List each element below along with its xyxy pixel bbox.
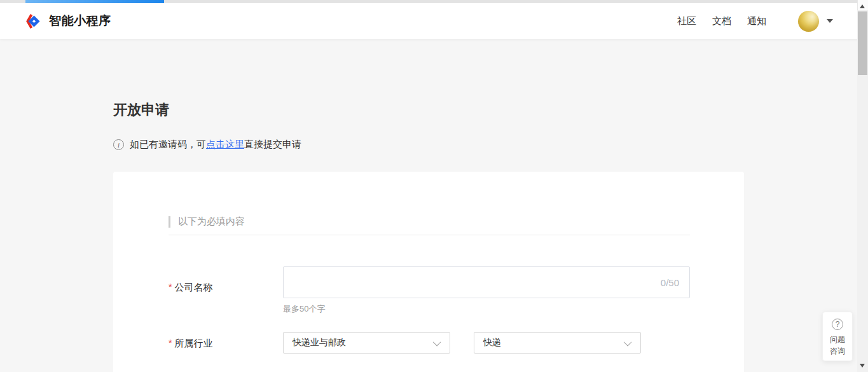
industry-secondary-value: 快递 (483, 337, 501, 348)
help-label-line2: 咨询 (830, 345, 845, 357)
scrollbar-thumb[interactable] (858, 11, 867, 75)
invite-code-link[interactable]: 点击这里 (206, 139, 244, 151)
help-label-line1: 问题 (830, 334, 845, 345)
notice-text-suffix: 直接提交申请 (244, 139, 301, 151)
required-section-header: 以下为必填内容 (169, 216, 245, 228)
info-icon: i (113, 139, 124, 150)
section-divider (169, 235, 690, 235)
section-bar (169, 216, 170, 228)
logo-text: 智能小程序 (49, 13, 111, 29)
top-header: 智能小程序 社区 文档 通知 (0, 3, 868, 39)
nav-item-docs[interactable]: 文档 (712, 15, 731, 27)
industry-label: *所属行业 (169, 338, 212, 350)
required-mark: * (169, 338, 172, 348)
nav-item-notifications[interactable]: 通知 (747, 15, 766, 27)
required-mark: * (169, 282, 172, 292)
company-name-input[interactable] (284, 267, 661, 298)
section-title: 以下为必填内容 (178, 216, 245, 228)
scroll-down-icon[interactable] (860, 364, 865, 368)
chevron-down-icon (624, 338, 632, 346)
company-name-label: *公司名称 (169, 282, 212, 294)
user-avatar[interactable] (798, 11, 819, 32)
scroll-up-icon[interactable] (860, 4, 865, 8)
page-load-progress-bar (25, 0, 164, 3)
nav-item-community[interactable]: 社区 (677, 15, 696, 27)
app-logo[interactable]: 智能小程序 (25, 13, 111, 30)
company-name-field: 0/50 (283, 266, 690, 298)
industry-primary-select[interactable]: 快递业与邮政 (283, 332, 450, 354)
main-content: 开放申请 i 如已有邀请码，可点击这里直接提交申请 以下为必填内容 *公司名称 … (0, 40, 857, 372)
industry-secondary-select[interactable]: 快递 (474, 332, 641, 354)
header-nav: 社区 文档 通知 (661, 11, 833, 32)
page-title: 开放申请 (113, 100, 169, 120)
page-load-progress-track (0, 0, 868, 3)
char-counter: 0/50 (661, 277, 689, 288)
question-icon: ? (832, 319, 843, 330)
help-consultation-button[interactable]: ? 问题 咨询 (822, 312, 853, 361)
company-name-hint: 最多50个字 (283, 303, 325, 315)
logo-icon (25, 13, 43, 30)
notice-text-prefix: 如已有邀请码，可 (130, 139, 206, 151)
user-menu-caret-icon[interactable] (827, 19, 833, 23)
invite-code-notice: i 如已有邀请码，可点击这里直接提交申请 (113, 139, 301, 151)
industry-primary-value: 快递业与邮政 (293, 337, 346, 348)
chevron-down-icon (433, 338, 441, 346)
application-form-card: 以下为必填内容 *公司名称 0/50 最多50个字 *所属行业 快递业与邮政 快… (113, 172, 744, 372)
vertical-scrollbar[interactable] (857, 0, 868, 372)
